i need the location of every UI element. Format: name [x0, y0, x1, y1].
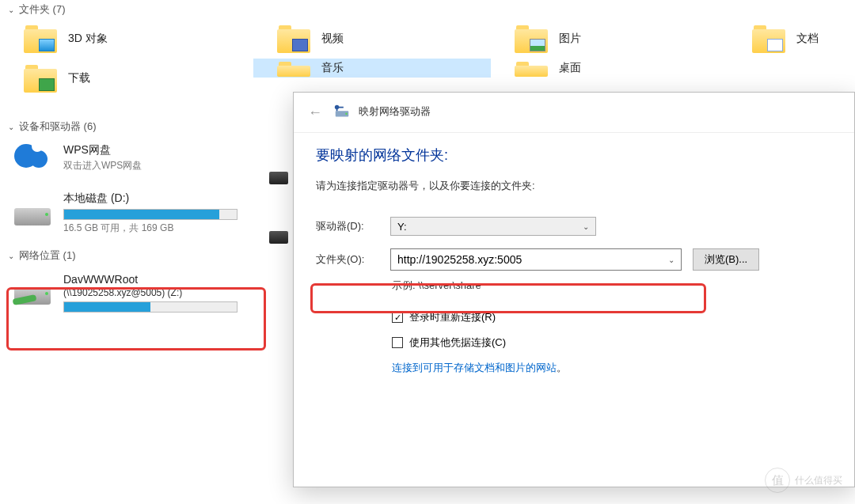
wps-cloud-icon [14, 141, 52, 174]
watermark-icon: 值 [765, 468, 790, 493]
folder-label: 桌面 [559, 61, 581, 75]
link-period: 。 [557, 362, 567, 373]
chevron-down-icon: ⌄ [6, 123, 16, 131]
checkbox-icon-unchecked [392, 337, 403, 348]
folder-pictures[interactable]: 图片 [491, 19, 728, 59]
drive-network-davwwwroot[interactable]: DavWWWRoot (\\19025258.xyz@5005) (Z:) [0, 268, 253, 317]
chevron-down-icon: ⌄ [6, 252, 16, 260]
row-drive-letter: 驱动器(D): Y: ⌄ [316, 217, 832, 236]
partial-drive-icon [269, 162, 291, 195]
example-text: 示例: \\server\share [392, 279, 832, 293]
hard-drive-icon [14, 197, 52, 230]
drive-sub: 双击进入WPS网盘 [63, 159, 245, 172]
dialog-body: 要映射的网络文件夹: 请为连接指定驱动器号，以及你要连接的文件夹: 驱动器(D)… [294, 133, 854, 388]
folder-icon [515, 24, 548, 54]
dialog-title-text: 映射网络驱动器 [359, 105, 431, 117]
checkbox-othercred-label: 使用其他凭据连接(C) [409, 335, 506, 350]
connect-website-link[interactable]: 连接到可用于存储文档和图片的网站 [392, 362, 557, 373]
usage-bar [63, 209, 238, 220]
chevron-down-icon: ⌄ [6, 6, 16, 14]
folder-label: 视频 [321, 32, 344, 46]
drive-letter-value: Y: [397, 221, 407, 233]
folder-documents[interactable]: 文档 [728, 19, 839, 59]
folder-music[interactable]: 音乐 [253, 59, 491, 78]
folder-icon [277, 24, 310, 54]
svg-point-2 [335, 105, 340, 110]
checkbox-other-credentials[interactable]: 使用其他凭据连接(C) [392, 335, 832, 350]
checkbox-icon-checked: ✓ [392, 312, 403, 323]
watermark-text: 什么值得买 [795, 474, 842, 487]
network-drive-small-icon [333, 104, 351, 121]
drive-title: 本地磁盘 (D:) [63, 191, 245, 206]
folder-icon [515, 60, 548, 76]
browse-button[interactable]: 浏览(B)... [693, 248, 759, 271]
folder-desktop[interactable]: 桌面 [491, 59, 728, 78]
folder-label: 图片 [559, 32, 581, 46]
folder-videos[interactable]: 视频 [253, 19, 491, 59]
folder-icon [752, 24, 785, 54]
checkbox-reconnect-label: 登录时重新连接(R) [409, 310, 496, 324]
usage-bar [63, 301, 238, 313]
drive-letter-label: 驱动器(D): [316, 219, 379, 233]
section-devices-label: 设备和驱动器 (6) [19, 119, 97, 134]
section-folders-header[interactable]: ⌄ 文件夹 (7) [0, 0, 855, 19]
dialog-title: 映射网络驱动器 [333, 104, 431, 121]
back-arrow-icon[interactable]: ← [308, 104, 324, 121]
dialog-header: ← 映射网络驱动器 [294, 93, 854, 133]
folder-downloads[interactable]: 下载 [0, 59, 253, 98]
folders-row1: 3D 对象 视频 图片 文档 [0, 19, 855, 59]
network-drive-icon [14, 276, 52, 309]
chevron-down-icon: ⌄ [583, 222, 589, 231]
dialog-description: 请为连接指定驱动器号，以及你要连接的文件夹: [316, 179, 832, 193]
dialog-heading: 要映射的网络文件夹: [316, 146, 832, 165]
drive-wps[interactable]: WPS网盘 双击进入WPS网盘 [0, 136, 253, 179]
drive-letter-select[interactable]: Y: ⌄ [390, 217, 596, 236]
folder-label: 下载 [68, 71, 90, 85]
folder-label: 文档 [796, 32, 819, 46]
drive-title: WPS网盘 [63, 143, 245, 157]
checkbox-reconnect[interactable]: ✓ 登录时重新连接(R) [392, 310, 832, 324]
drive-local-d[interactable]: 本地磁盘 (D:) 16.5 GB 可用，共 169 GB [0, 187, 253, 240]
folder-path-value: http://19025258.xyz:5005 [397, 253, 522, 266]
section-folders-label: 文件夹 (7) [19, 2, 66, 17]
folder-3d-objects[interactable]: 3D 对象 [0, 19, 253, 59]
folder-label: 音乐 [321, 61, 344, 75]
svg-point-1 [345, 112, 348, 115]
partial-drive-icon [269, 222, 291, 255]
chevron-down-icon[interactable]: ⌄ [668, 256, 674, 264]
drive-sub: (\\19025258.xyz@5005) (Z:) [63, 287, 245, 298]
folder-label: 3D 对象 [68, 32, 108, 46]
folder-path-label: 文件夹(O): [316, 252, 379, 267]
drive-usage-text: 16.5 GB 可用，共 169 GB [63, 222, 245, 235]
folder-icon [24, 24, 57, 54]
folder-icon [277, 60, 310, 76]
folder-icon [24, 63, 57, 93]
section-network-label: 网络位置 (1) [19, 248, 76, 263]
watermark: 值 什么值得买 [765, 468, 842, 493]
row-folder-path: 文件夹(O): http://19025258.xyz:5005 ⌄ 浏览(B)… [316, 248, 832, 271]
folder-path-input[interactable]: http://19025258.xyz:5005 ⌄ [390, 248, 682, 271]
drive-title: DavWWWRoot [63, 273, 245, 286]
map-network-drive-dialog: ← 映射网络驱动器 要映射的网络文件夹: 请为连接指定驱动器号，以及你要连接的文… [293, 92, 855, 487]
